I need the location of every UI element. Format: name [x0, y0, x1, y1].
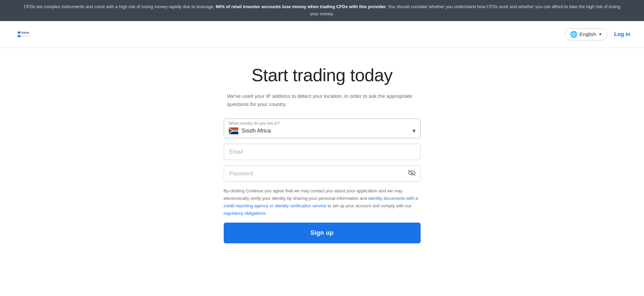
globe-icon: 🌐 [570, 31, 577, 38]
svg-marker-3 [18, 36, 21, 37]
language-label: English [579, 31, 596, 37]
warning-banner: CFDs are complex instruments and come wi… [0, 0, 644, 21]
logo-area: FXCM CLIENT FIRST · TRADER DRIVEN [14, 26, 33, 43]
sa-flag [229, 127, 238, 134]
consent-text: By clicking Continue you agree that we m… [224, 187, 421, 217]
warning-text: CFDs are complex instruments and come wi… [24, 4, 620, 16]
header-right: 🌐 English ▼ Log in [565, 28, 630, 40]
country-left: South Africa [229, 127, 271, 134]
logo: FXCM CLIENT FIRST · TRADER DRIVEN [14, 26, 33, 43]
password-visibility-toggle[interactable] [408, 170, 416, 177]
signup-form: What country do you live in? [224, 119, 421, 243]
svg-text:FXCM: FXCM [22, 31, 29, 34]
svg-rect-18 [233, 132, 238, 134]
country-field-label: What country do you live in? [229, 121, 416, 126]
country-chevron-icon: ▾ [412, 127, 416, 135]
header: FXCM CLIENT FIRST · TRADER DRIVEN 🌐 Engl… [0, 21, 644, 48]
email-input[interactable] [229, 149, 415, 155]
subtitle: We've used your IP address to detect you… [227, 92, 417, 108]
page-title: Start trading today [252, 65, 392, 85]
consent-link-identity[interactable]: identity documents with a credit reporti… [224, 196, 418, 208]
country-select-wrapper[interactable]: What country do you live in? [224, 119, 421, 138]
country-name: South Africa [242, 128, 271, 134]
password-input[interactable] [229, 171, 415, 177]
password-input-wrapper [224, 166, 421, 182]
signup-button[interactable]: Sign up [224, 223, 421, 243]
consent-link-regulatory[interactable]: regulatory obligations [224, 211, 266, 216]
svg-rect-17 [233, 127, 238, 130]
warning-bold: 66% of retail investor accounts lose mon… [216, 4, 387, 9]
chevron-down-icon: ▼ [598, 32, 602, 37]
main-content: Start trading today We've used your IP a… [203, 48, 441, 264]
language-selector[interactable]: 🌐 English ▼ [565, 28, 607, 40]
fxcm-logo-icon: FXCM CLIENT FIRST · TRADER DRIVEN [16, 27, 31, 41]
svg-text:CLIENT FIRST · TRADER DRIVEN: CLIENT FIRST · TRADER DRIVEN [22, 35, 31, 36]
svg-rect-20 [233, 130, 238, 131]
country-select-inner[interactable]: South Africa ▾ [229, 127, 416, 135]
email-input-wrapper [224, 144, 421, 160]
login-button[interactable]: Log in [614, 31, 630, 37]
